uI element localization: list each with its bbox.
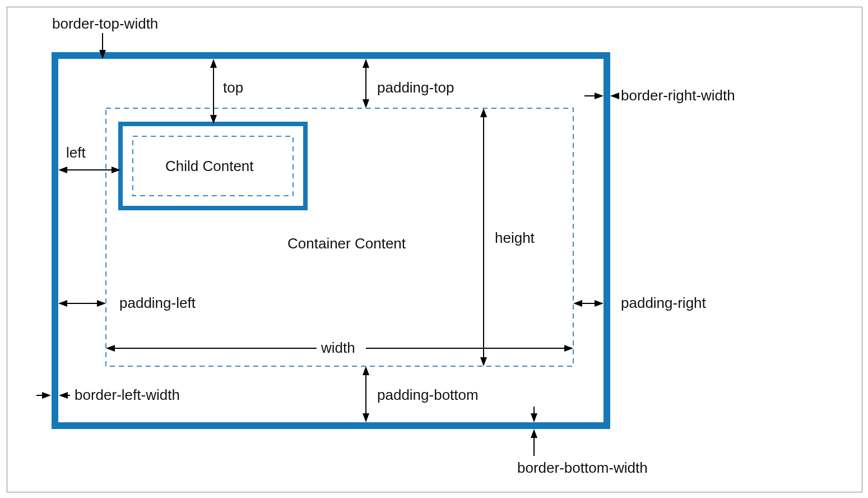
- label-padding-bottom: padding-bottom: [377, 386, 479, 403]
- svg-marker-19: [58, 300, 67, 307]
- svg-marker-16: [480, 108, 487, 117]
- label-border-right-width: border-right-width: [621, 87, 735, 104]
- label-border-bottom-width: border-bottom-width: [517, 459, 648, 476]
- label-padding-top: padding-top: [377, 79, 454, 96]
- svg-marker-38: [531, 429, 537, 438]
- label-container-content: Container Content: [287, 235, 406, 252]
- label-border-top-width: border-top-width: [52, 15, 158, 32]
- arrow-top: [210, 59, 217, 124]
- arrow-border-bottom-width: [531, 407, 537, 456]
- label-padding-left: padding-left: [119, 294, 196, 311]
- label-width: width: [321, 339, 355, 356]
- label-top: top: [223, 79, 243, 96]
- svg-marker-23: [595, 300, 604, 307]
- svg-marker-6: [363, 59, 369, 68]
- arrow-left: [58, 167, 120, 173]
- svg-marker-17: [480, 357, 487, 366]
- svg-marker-3: [210, 59, 217, 68]
- label-child-content: Child Content: [165, 158, 254, 174]
- label-height: height: [495, 229, 535, 246]
- svg-marker-13: [58, 167, 67, 173]
- arrow-height: [480, 108, 487, 366]
- svg-marker-7: [363, 99, 369, 108]
- arrow-border-right-width: [584, 93, 619, 99]
- label-padding-right: padding-right: [621, 294, 707, 311]
- svg-marker-31: [59, 392, 68, 399]
- svg-marker-33: [363, 366, 369, 375]
- svg-marker-22: [573, 300, 582, 307]
- svg-marker-11: [610, 93, 619, 99]
- svg-marker-20: [97, 300, 106, 307]
- svg-marker-26: [106, 345, 115, 352]
- arrow-padding-right: [573, 300, 604, 307]
- arrow-padding-top: [363, 59, 369, 108]
- svg-marker-34: [363, 413, 369, 422]
- label-border-left-width: border-left-width: [75, 386, 180, 403]
- svg-marker-29: [42, 392, 51, 399]
- svg-marker-36: [531, 413, 537, 422]
- label-left: left: [66, 144, 86, 161]
- svg-marker-9: [595, 93, 604, 99]
- arrow-padding-bottom: [363, 366, 369, 422]
- arrow-padding-left: [58, 300, 106, 307]
- svg-marker-27: [564, 345, 573, 352]
- diagram-frame: border-top-width top padding-top border-…: [7, 7, 862, 492]
